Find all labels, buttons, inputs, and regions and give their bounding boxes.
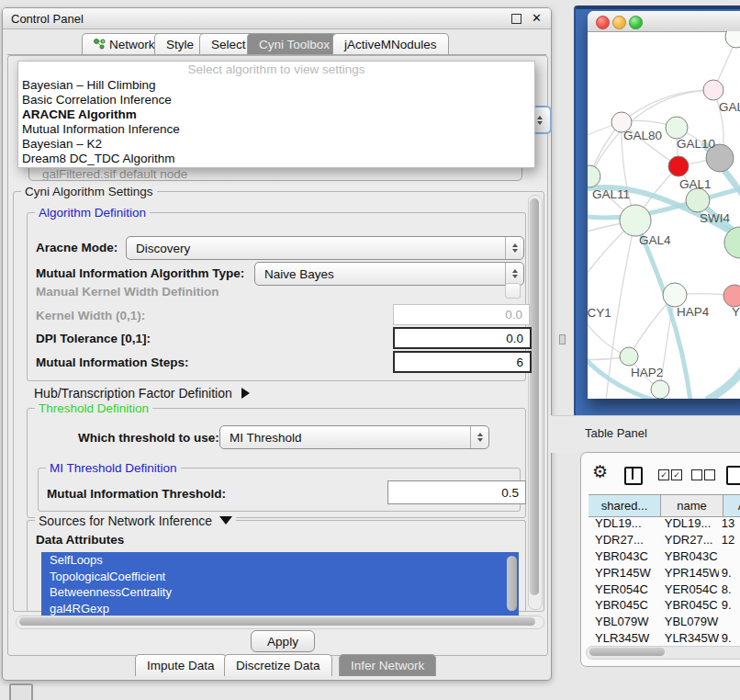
combo-stepper-icon [470,426,488,448]
float-window-icon[interactable] [511,14,521,24]
algorithm-popup-list: Bayesian – Hill ClimbingBasic Correlatio… [18,78,534,166]
data-attributes-list[interactable]: SelfLoopsTopologicalCoefficientBetweenne… [41,552,519,616]
column-header-third[interactable]: A [723,495,740,516]
kernel-width-input[interactable]: 0.0 [393,304,530,325]
table-row[interactable]: YLR345WYLR345W9. [589,630,740,642]
gear-icon[interactable]: ⚙ [592,461,608,482]
mi-algorithm-type-combo[interactable]: Naive Bayes [254,262,524,286]
network-node-HAP4[interactable] [663,283,687,307]
which-threshold-value: MI Threshold [220,431,470,445]
attribute-list-item[interactable]: SelfLoops [41,552,519,569]
algorithm-option[interactable]: Bayesian – Hill Climbing [18,78,534,93]
tab-impute-data[interactable]: Impute Data [135,654,227,676]
network-selector-value: galFiltered.sif default node [42,167,187,181]
column-header-name[interactable]: name [661,495,723,516]
table-header-row: shared... name A [589,494,740,517]
network-node-GAL11[interactable] [588,165,600,187]
attributes-list-scrollbar-thumb[interactable] [507,556,517,611]
attribute-list-item[interactable]: BetweennessCentrality [41,584,519,601]
table-cell: 12 [719,533,740,547]
aracne-mode-combo[interactable]: Discovery [126,236,524,260]
network-node-label: HAP4 [677,305,710,319]
table-cell: YBL079W [658,615,719,628]
minimized-panel-icon[interactable] [9,683,33,700]
tab-cyni-toolbox[interactable]: Cyni Toolbox [247,33,342,55]
network-node-GAL10[interactable] [666,117,688,139]
settings-horizontal-scrollbar-thumb[interactable] [19,617,535,626]
tab-style[interactable]: Style [154,33,206,55]
dpi-tolerance-input[interactable]: 0.0 [393,327,532,349]
tab-jactivemnodules[interactable]: jActiveMNodules [332,33,449,55]
algorithm-option[interactable]: Bayesian – K2 [18,137,534,152]
control-panel-titlebar[interactable]: Control Panel ✕ [3,8,551,29]
network-canvas[interactable]: GALGAL80GAL10GAL1GAL11SWI4GAL4GCY1HAP4YH… [588,31,740,399]
algorithm-option[interactable]: Dream8 DC_TDC Algorithm [18,152,534,166]
minimize-traffic-light-icon[interactable] [612,16,626,29]
manual-kernel-width-checkbox[interactable] [505,283,521,299]
algorithm-option[interactable]: Mutual Information Inference [18,122,534,137]
aracne-mode-value: Discovery [127,242,505,255]
table-row[interactable]: YPR145WYPR145W9. [589,564,740,581]
table-horizontal-scrollbar[interactable] [586,646,740,660]
mi-threshold-input[interactable]: 0.5 [387,480,526,504]
select-all-icon2[interactable]: ✓ [671,469,682,480]
network-window-titlebar[interactable] [588,11,740,32]
table-cell: 9. [719,598,740,612]
mi-steps-input[interactable]: 6 [393,351,532,373]
dpi-tolerance-label: DPI Tolerance [0,1]: [36,332,151,345]
apply-button[interactable]: Apply [251,630,315,652]
table-row[interactable]: YBL079WYBL079W [589,614,740,630]
aracne-mode-label: Aracne Mode: [36,241,118,254]
algorithm-option[interactable]: ARACNE Algorithm [18,107,534,122]
settings-vertical-scrollbar[interactable] [528,195,543,610]
network-node-GAL4[interactable] [620,205,651,236]
table-row[interactable]: YDR27...YDR27...12 [589,532,740,548]
network-node-salmon[interactable] [723,285,740,307]
deselect-all-icon[interactable] [691,469,702,480]
table-panel-title: Table Panel [585,426,647,440]
split-columns-icon[interactable] [624,467,643,485]
network-node-gal-pink[interactable] [703,80,723,100]
sources-group-title[interactable]: Sources for Network Inference [35,514,236,528]
attribute-list-item[interactable]: gal4RGexp [41,601,519,617]
table-row[interactable]: YBR043CYBR043C [589,548,740,565]
new-document-icon[interactable] [726,466,740,485]
close-traffic-light-icon[interactable] [596,16,610,29]
attribute-list-item[interactable]: TopologicalCoefficient [41,569,519,585]
table-horizontal-scrollbar-thumb[interactable] [589,648,665,656]
network-node-HAP2[interactable] [620,347,638,366]
algorithm-option[interactable]: Basic Correlation Inference [18,93,534,107]
tab-infer-network[interactable]: Infer Network [339,654,436,676]
select-all-icon[interactable]: ✓ [658,469,669,480]
tab-network-label: Network [109,38,155,51]
which-threshold-combo[interactable]: MI Threshold [219,425,489,449]
panel-divider-handle[interactable] [559,334,566,344]
settings-horizontal-scrollbar[interactable] [16,615,544,629]
mi-threshold-value: 0.5 [501,486,519,500]
deselect-all-icon2[interactable] [704,469,715,480]
network-node-SWI4[interactable] [686,188,710,212]
table-cell: YBR045C [589,598,658,612]
table-row[interactable]: YDL19...YDL19...13 [589,515,740,532]
close-icon[interactable]: ✕ [532,11,542,25]
table-cell: YDL19... [589,516,658,530]
network-node-node-top[interactable] [725,31,740,48]
zoom-traffic-light-icon[interactable] [629,16,643,29]
tab-discretize-data[interactable]: Discretize Data [224,654,332,676]
data-attributes-label: Data Attributes [36,533,124,547]
settings-vertical-scrollbar-thumb[interactable] [530,198,539,595]
network-view-window: GALGAL80GAL10GAL1GAL11SWI4GAL4GCY1HAP4YH… [588,11,740,399]
network-node-label: GAL [719,100,740,114]
network-node-label: GAL10 [677,137,715,151]
hub-definition-toggle[interactable]: Hub/Transcription Factor Definition [34,386,250,401]
network-node-node-bot[interactable] [651,380,669,399]
table-panel-titlebar[interactable]: Table Panel [551,415,740,453]
column-header-shared-name[interactable]: shared... [589,495,661,516]
table-cell: YBL079W [589,615,658,628]
table-row[interactable]: YBR045CYBR045C9. [589,597,740,614]
table-cell: YBR043C [589,549,658,563]
table-row[interactable]: YER054CYER054C8. [589,581,740,597]
mi-threshold-group-title: MI Threshold Definition [46,461,181,475]
tab-impute-data-label: Impute Data [147,659,215,672]
network-node-GAL1[interactable] [668,156,689,176]
